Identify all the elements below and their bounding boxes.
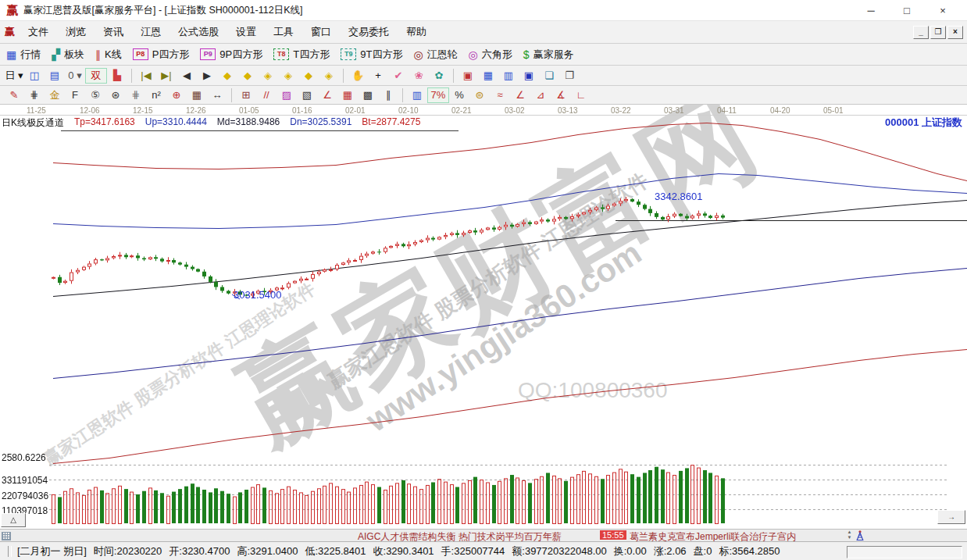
toolbar-button-winner-service[interactable]: $赢家服务 xyxy=(523,48,574,62)
menu-item-settings[interactable]: 设置 xyxy=(227,25,265,39)
knot-marker-icon[interactable]: ✿ xyxy=(429,68,449,84)
sectors-label: 板块 xyxy=(64,48,84,62)
status-segment: 手:325007744 xyxy=(441,544,505,558)
spiral-icon[interactable]: ⑤ xyxy=(85,87,105,103)
mdi-restore-icon[interactable]: ❐ xyxy=(930,26,946,39)
menu-item-window[interactable]: 窗口 xyxy=(302,25,340,39)
menu-item-trade[interactable]: 交易委托 xyxy=(340,25,398,39)
grid-red-icon[interactable]: ▦ xyxy=(337,87,358,103)
percent-box-icon[interactable]: 7% xyxy=(427,87,449,103)
toolbar-button-sectors[interactable]: ▞板块 xyxy=(52,48,84,62)
golden-section-icon[interactable]: 金 xyxy=(45,87,65,103)
jump-first-icon[interactable]: |◀ xyxy=(136,68,156,84)
period-button[interactable]: 日 ▾ xyxy=(4,68,24,84)
toolbar-button-hexagon[interactable]: ◎六角形 xyxy=(469,48,512,62)
trend-angle-4-icon[interactable]: ∟ xyxy=(571,87,591,103)
hand-tool-icon[interactable]: ✋ xyxy=(348,68,368,84)
check-marker-icon[interactable]: ✔ xyxy=(388,68,409,84)
toolbar-button-9t-square[interactable]: T99T四方形 xyxy=(341,48,402,62)
menu-item-gann[interactable]: 江恩 xyxy=(132,25,169,39)
n-square-icon[interactable]: n² xyxy=(146,87,166,103)
trend-angle-3-icon[interactable]: ∡ xyxy=(551,87,571,103)
crosshair-icon[interactable]: + xyxy=(368,68,388,84)
expand-all-icon[interactable]: ◈ xyxy=(319,68,339,84)
price-grid-icon[interactable]: ▦ xyxy=(187,87,207,103)
menu-item-formula-pick[interactable]: 公式选股 xyxy=(169,25,227,39)
toolbar-button-gann-wheel[interactable]: ◎江恩轮 xyxy=(413,48,457,62)
calendar-icon[interactable]: ▣ xyxy=(458,68,478,84)
kline-chart-canvas[interactable] xyxy=(0,105,967,529)
export-icon[interactable]: ❏ xyxy=(539,68,559,84)
expand-y-icon[interactable]: ◈ xyxy=(278,68,298,84)
parallel-lines-icon[interactable]: ∥ xyxy=(378,87,398,103)
spinner-up-icon[interactable]: ▲ xyxy=(847,530,852,534)
toolbar-button-9p-square[interactable]: P99P四方形 xyxy=(200,48,262,62)
ticker-scroll-spinner[interactable]: ▲ ▼ xyxy=(846,530,853,540)
winner-service-label: 赢家服务 xyxy=(533,48,574,62)
compress-y-icon[interactable]: ◈ xyxy=(258,68,278,84)
step-back-icon[interactable]: ◀ xyxy=(177,68,197,84)
mdi-minimize-icon[interactable]: _ xyxy=(913,26,929,39)
toolbar-button-kline[interactable]: ∥K线 xyxy=(95,48,122,62)
report-icon[interactable]: ▥ xyxy=(498,68,519,84)
toolbar-separator xyxy=(343,69,344,83)
percent-icon[interactable]: % xyxy=(449,87,469,103)
menu-item-browse[interactable]: 浏览 xyxy=(57,25,95,39)
zoom-window-icon[interactable]: ◫ xyxy=(24,68,45,84)
gann-box-dark-icon[interactable]: ▧ xyxy=(297,87,317,103)
date-axis-separator xyxy=(0,115,967,116)
toolbar-button-p-square[interactable]: P8P四方形 xyxy=(133,48,190,62)
menu-bar: 赢 文件浏览资讯江恩公式选股设置工具窗口交易委托帮助 _ ❐ × xyxy=(0,21,967,44)
jump-last-icon[interactable]: ▶| xyxy=(156,68,177,84)
gann-compass-icon[interactable]: ⊛ xyxy=(105,87,126,103)
maximize-icon[interactable]: □ xyxy=(889,1,925,20)
calculator-icon[interactable]: ▦ xyxy=(478,68,498,84)
expand-pane-button[interactable]: △ xyxy=(1,513,26,527)
compress-all-icon[interactable]: ◆ xyxy=(298,68,319,84)
angle-line-icon[interactable]: ∠ xyxy=(317,87,337,103)
time-lines-icon[interactable]: ⋕ xyxy=(126,87,146,103)
grid-dark-icon[interactable]: ▩ xyxy=(358,87,378,103)
step-forward-icon[interactable]: ▶ xyxy=(197,68,217,84)
hatch-lines-icon[interactable]: ⋕ xyxy=(24,87,45,103)
volume-stats-icon[interactable]: ▥ xyxy=(407,87,427,103)
save-icon[interactable]: ▣ xyxy=(519,68,539,84)
trend-angle-1-icon[interactable]: ∠ xyxy=(510,87,530,103)
gann-pencil-icon[interactable]: ✎ xyxy=(4,87,24,103)
pane-label: 日K线 xyxy=(2,116,27,130)
menu-item-news[interactable]: 资讯 xyxy=(95,25,132,39)
date-tick-label: 04-20 xyxy=(770,106,790,115)
p-square-label: P四方形 xyxy=(152,48,190,62)
minimize-icon[interactable]: ─ xyxy=(853,1,889,20)
target-circle-icon[interactable]: ⊕ xyxy=(166,87,187,103)
fan-lines-icon[interactable]: // xyxy=(256,87,277,103)
compress-x-icon[interactable]: ◆ xyxy=(217,68,237,84)
trend-angle-2-icon[interactable]: ⊿ xyxy=(530,87,551,103)
toolbar-button-market-quotes[interactable]: ▦行情 xyxy=(6,48,41,62)
overlay-toggle-icon[interactable]: 双 xyxy=(85,68,107,84)
box-tool-icon[interactable]: ⊞ xyxy=(236,87,256,103)
p-square-icon: P8 xyxy=(133,48,148,60)
volume-axis-label-1: 331191054 xyxy=(2,475,48,486)
help-book-icon[interactable]: ❐ xyxy=(559,68,580,84)
menu-item-file[interactable]: 文件 xyxy=(20,25,57,39)
menu-item-help[interactable]: 帮助 xyxy=(398,25,435,39)
wave-tool-icon[interactable]: ≈ xyxy=(490,87,510,103)
expand-x-icon[interactable]: ◆ xyxy=(237,68,258,84)
fibonacci-icon[interactable]: F xyxy=(65,87,85,103)
menu-item-tools[interactable]: 工具 xyxy=(265,25,302,39)
gann-box-icon[interactable]: ▨ xyxy=(277,87,297,103)
toolbar-button-t-square[interactable]: T8T四方形 xyxy=(273,48,330,62)
scroll-right-button[interactable]: → xyxy=(937,510,965,524)
close-icon[interactable]: × xyxy=(925,1,961,20)
list-view-icon[interactable]: ▤ xyxy=(45,68,65,84)
spinner-down-icon[interactable]: ▼ xyxy=(847,535,852,540)
color-kline-icon[interactable]: ▙ xyxy=(107,68,127,84)
toolbar-separator xyxy=(231,88,232,102)
mdi-close-icon[interactable]: × xyxy=(947,26,963,39)
width-adjust-icon[interactable]: ↔ xyxy=(207,87,227,103)
channel-value-label: Bt=2877.4275 xyxy=(362,116,420,130)
golden-circle-icon[interactable]: ⊜ xyxy=(469,87,490,103)
indicator-dropdown[interactable]: 0 ▾ xyxy=(65,68,85,84)
flower-marker-icon[interactable]: ❀ xyxy=(409,68,429,84)
